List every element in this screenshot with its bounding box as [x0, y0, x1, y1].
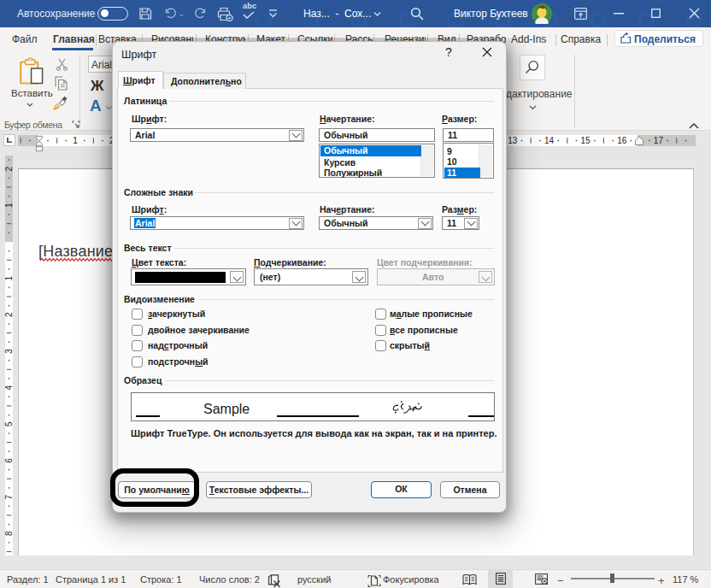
svg-text:7: 7	[4, 494, 14, 499]
svg-text:4: 4	[4, 385, 14, 390]
svg-text:3: 3	[4, 349, 14, 354]
svg-text:1: 1	[73, 136, 78, 145]
svg-text:15: 15	[581, 136, 591, 145]
svg-text:14: 14	[544, 136, 555, 145]
svg-text:8: 8	[4, 531, 14, 536]
svg-text:2: 2	[4, 312, 14, 317]
svg-text:17: 17	[654, 136, 664, 145]
svg-text:13: 13	[508, 136, 518, 145]
svg-text:5: 5	[4, 421, 14, 426]
svg-text:16: 16	[617, 136, 627, 145]
svg-text:1: 1	[4, 275, 14, 280]
svg-text:2: 2	[4, 166, 14, 171]
svg-text:6: 6	[4, 458, 14, 463]
svg-text:1: 1	[4, 203, 14, 208]
